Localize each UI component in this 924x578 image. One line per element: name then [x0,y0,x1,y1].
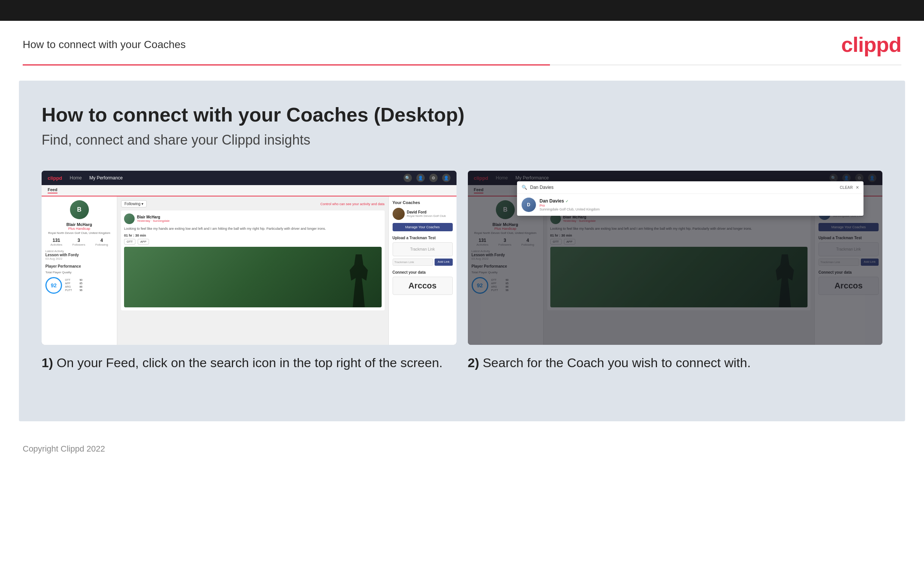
result-club: Sunningdale Golf Club, United Kingdom [540,208,600,211]
add-link-btn[interactable]: Add Link [435,258,452,266]
profile-handicap: Plus Handicap [45,227,113,231]
profile-stats: 131 Activities 3 Followers 4 Following [45,238,113,247]
result-avatar: D [521,198,536,212]
footer: Copyright Clippd 2022 [0,437,924,461]
right-screenshot-block: clippd Home My Performance 🔍 👤 ⚙ 👤 Feed [468,171,883,372]
mock-logo: clippd [48,175,62,181]
coach-club: Royal North Devon Golf Club [407,214,446,218]
header: How to connect with your Coaches clippd [0,21,924,64]
search-icon[interactable]: 🔍 [404,174,412,182]
mock-app-left: clippd Home My Performance 🔍 👤 ⚙ 👤 Feed [42,171,456,345]
connect-title: Connect your data [393,270,453,274]
clippd-logo: clippd [841,32,901,57]
result-role: Pro [540,204,600,208]
metric-arg: ARG 86 [65,286,83,288]
search-text[interactable]: Dan Davies [530,185,837,190]
golfer-silhouette [344,254,374,307]
mock-nav: clippd Home My Performance 🔍 👤 ⚙ 👤 [42,171,456,185]
upload-title: Upload a Trackman Test [393,236,453,240]
feed-post: Blair McHarg Yesterday · Sunningdale Loo… [121,211,385,310]
header-divider [23,64,901,65]
post-duration: 01 hr : 30 min [124,234,382,237]
mock-profile-panel: B Blair McHarg Plus Handicap Royal North… [42,196,117,345]
post-image [124,247,382,307]
coach-avatar [393,208,405,220]
search-input-row: 🔍 Dan Davies CLEAR × [517,181,864,194]
main-content: How to connect with your Coaches (Deskto… [19,81,905,421]
player-performance: Player Performance Total Player Quality … [45,264,113,294]
coach-name: David Ford [407,210,446,214]
mock-nav-home: Home [70,175,82,180]
coach-item: David Ford Royal North Devon Golf Club [393,208,453,220]
post-author: Blair McHarg Yesterday · Sunningdale [137,215,170,222]
left-screenshot: clippd Home My Performance 🔍 👤 ⚙ 👤 Feed [42,171,456,345]
mock-feed-tab[interactable]: Feed [42,185,456,196]
mock-nav-icons: 🔍 👤 ⚙ 👤 [404,174,450,182]
main-subtitle: Find, connect and share your Clippd insi… [42,132,882,148]
btn-app[interactable]: APP [138,239,149,245]
result-info: Dan Davies ✓ Pro Sunningdale Golf Club, … [540,198,600,211]
screenshots-row: clippd Home My Performance 🔍 👤 ⚙ 👤 Feed [42,171,882,372]
copyright-text: Copyright Clippd 2022 [23,444,105,453]
metrics: OTT 90 APP 85 [65,279,83,292]
step-2-text: Search for the Coach you wish to connect… [482,356,751,370]
stat-following: 4 Following [95,238,108,247]
search-box: 🔍 Dan Davies CLEAR × D Dan Davies ✓ Pro [517,181,864,216]
mock-body: B Blair McHarg Plus Handicap Royal North… [42,196,456,345]
metric-app: APP 85 [65,282,83,285]
mock-feed-center: Following ▾ Control who can see your act… [117,196,388,345]
main-title: How to connect with your Coaches (Deskto… [42,103,882,126]
mock-coaches-panel: Your Coaches David Ford Royal North Devo… [388,196,456,345]
page-title: How to connect with your Coaches [23,39,186,51]
step-1-text: On your Feed, click on the search icon i… [57,356,443,370]
metric-ott: OTT 90 [65,279,83,281]
user-icon[interactable]: 👤 [416,174,425,182]
coaches-title: Your Coaches [393,200,453,205]
mock-nav-performance: My Performance [89,175,123,180]
profile-name: Blair McHarg [45,222,113,227]
clear-button[interactable]: CLEAR [840,185,853,190]
search-result[interactable]: D Dan Davies ✓ Pro Sunningdale Golf Club… [517,194,864,216]
left-screenshot-block: clippd Home My Performance 🔍 👤 ⚙ 👤 Feed [42,171,456,372]
profile-club: Royal North Devon Golf Club, United King… [45,231,113,235]
input-row: Trackman Link Add Link [393,258,453,266]
arccos-logo: Arccos [393,277,453,295]
top-bar [0,0,924,21]
settings-icon[interactable]: ⚙ [429,174,438,182]
stat-followers: 3 Followers [72,238,85,247]
avatar-icon[interactable]: 👤 [442,174,450,182]
post-text: Looking to feel like my hands are exitin… [124,226,382,231]
checkmark-icon: ✓ [565,199,568,203]
connect-section: Connect your data Arccos [393,270,453,295]
metric-putt: PUTT 96 [65,289,83,291]
right-screenshot: clippd Home My Performance 🔍 👤 ⚙ 👤 Feed [468,171,883,345]
close-button[interactable]: × [856,184,859,190]
step-1-number: 1) [42,356,53,370]
trackman-box: Trackman Link [393,242,453,256]
search-glass-icon: 🔍 [521,185,527,190]
following-bar: Following ▾ Control who can see your act… [121,200,385,208]
profile-avatar: B [70,200,89,219]
manage-coaches-btn[interactable]: Manage Your Coaches [393,223,453,231]
feed-label: Feed [48,187,58,193]
coach-info: David Ford Royal North Devon Golf Club [407,210,446,218]
step-2-caption: 2) Search for the Coach you wish to conn… [468,354,883,372]
trackman-input[interactable]: Trackman Link [393,258,434,266]
stat-activities: 131 Activities [50,238,62,247]
score-circle: 92 [45,277,62,294]
result-name: Dan Davies [540,198,564,204]
post-avatar [124,213,135,224]
following-dropdown[interactable]: Following ▾ [121,200,147,208]
post-buttons: OTT APP [124,239,382,245]
latest-activity: Latest Activity Lesson with Fordy 03 Aug… [45,250,113,260]
step-1-caption: 1) On your Feed, click on the search ico… [42,354,456,372]
control-link[interactable]: Control who can see your activity and da… [320,202,385,206]
post-header: Blair McHarg Yesterday · Sunningdale [124,213,382,224]
upload-section: Upload a Trackman Test Trackman Link Tra… [393,236,453,266]
btn-ott[interactable]: OTT [124,239,135,245]
step-2-number: 2) [468,356,479,370]
